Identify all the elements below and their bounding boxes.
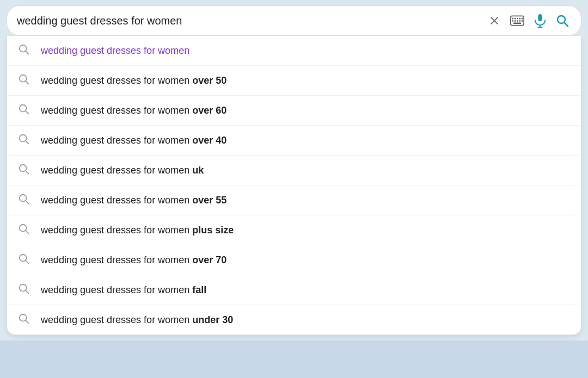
- svg-rect-13: [513, 22, 521, 24]
- suggestions-dropdown: wedding guest dresses for women wedding …: [7, 36, 581, 335]
- suggestion-item-8[interactable]: wedding guest dresses for women fall: [7, 275, 581, 305]
- suggestion-item-4[interactable]: wedding guest dresses for women uk: [7, 156, 581, 185]
- search-input[interactable]: [17, 15, 481, 27]
- suggestion-item-1[interactable]: wedding guest dresses for women over 50: [7, 66, 581, 96]
- suggestion-bold-8: fall: [192, 284, 206, 295]
- suggestion-item-7[interactable]: wedding guest dresses for women over 70: [7, 245, 581, 275]
- suggestion-text-0: wedding guest dresses for women: [41, 45, 189, 57]
- suggestion-search-icon-1: [18, 73, 30, 88]
- suggestion-item-5[interactable]: wedding guest dresses for women over 55: [7, 185, 581, 215]
- suggestion-text-4: wedding guest dresses for women uk: [41, 165, 204, 176]
- svg-rect-6: [519, 18, 520, 20]
- svg-line-38: [26, 320, 28, 323]
- svg-rect-5: [517, 18, 518, 20]
- svg-line-32: [26, 231, 28, 233]
- search-box: [7, 5, 581, 36]
- svg-line-36: [26, 290, 28, 293]
- suggestion-prefix-9: wedding guest dresses for women: [41, 314, 192, 325]
- main-container: wedding guest dresses for women wedding …: [0, 0, 588, 340]
- suggestion-text-8: wedding guest dresses for women fall: [41, 284, 206, 296]
- svg-line-34: [26, 261, 28, 263]
- svg-line-30: [26, 201, 28, 203]
- suggestion-item-0[interactable]: wedding guest dresses for women: [7, 36, 581, 66]
- keyboard-icon: [510, 15, 524, 27]
- suggestion-prefix-4: wedding guest dresses for women: [41, 165, 192, 176]
- suggestion-bold-7: over 70: [192, 255, 226, 265]
- svg-rect-4: [514, 18, 516, 20]
- suggestion-bold-6: plus size: [192, 225, 234, 236]
- suggestion-bold-1: over 50: [192, 75, 226, 86]
- svg-rect-12: [522, 20, 523, 22]
- suggestion-bold-3: over 40: [192, 135, 226, 146]
- suggestion-text-1: wedding guest dresses for women over 50: [41, 75, 226, 86]
- svg-line-28: [26, 171, 28, 173]
- search-button[interactable]: [554, 12, 571, 29]
- suggestion-search-icon-2: [18, 103, 30, 117]
- svg-rect-10: [517, 20, 518, 22]
- svg-rect-9: [514, 20, 516, 22]
- clear-button[interactable]: [486, 13, 503, 29]
- suggestion-text-7: wedding guest dresses for women over 70: [41, 255, 226, 266]
- mic-icon: [534, 14, 546, 28]
- suggestion-search-icon-5: [18, 193, 30, 207]
- suggestion-prefix-5: wedding guest dresses for women: [41, 195, 192, 206]
- svg-rect-14: [538, 14, 542, 21]
- suggestion-item-6[interactable]: wedding guest dresses for women plus siz…: [7, 215, 581, 245]
- suggestion-bold-4: uk: [192, 165, 204, 176]
- suggestion-text-5: wedding guest dresses for women over 55: [41, 195, 226, 206]
- svg-rect-3: [512, 18, 513, 20]
- svg-line-18: [565, 23, 568, 27]
- suggestion-search-icon-4: [18, 163, 30, 177]
- suggestion-prefix-1: wedding guest dresses for women: [41, 75, 192, 86]
- keyboard-button[interactable]: [508, 13, 526, 29]
- search-icon: [556, 14, 569, 27]
- suggestion-search-icon-7: [18, 253, 30, 267]
- svg-rect-7: [522, 18, 523, 20]
- suggestion-text-3: wedding guest dresses for women over 40: [41, 135, 226, 146]
- svg-rect-11: [519, 20, 520, 22]
- suggestion-item-9[interactable]: wedding guest dresses for women under 30: [7, 305, 581, 334]
- suggestion-text-6: wedding guest dresses for women plus siz…: [41, 225, 234, 236]
- svg-line-22: [26, 81, 28, 84]
- suggestion-text-2: wedding guest dresses for women over 60: [41, 105, 226, 116]
- suggestion-prefix-7: wedding guest dresses for women: [41, 255, 192, 265]
- svg-line-26: [26, 141, 28, 144]
- suggestion-bold-5: over 55: [192, 195, 226, 206]
- suggestion-prefix-8: wedding guest dresses for women: [41, 284, 192, 295]
- mic-button[interactable]: [532, 11, 548, 30]
- suggestion-prefix-6: wedding guest dresses for women: [41, 225, 192, 236]
- svg-line-24: [26, 111, 28, 114]
- suggestion-bold-2: over 60: [192, 105, 226, 116]
- suggestion-search-icon-8: [18, 283, 30, 297]
- suggestion-prefix-2: wedding guest dresses for women: [41, 105, 192, 116]
- suggestion-text-9: wedding guest dresses for women under 30: [41, 314, 233, 326]
- suggestion-item-2[interactable]: wedding guest dresses for women over 60: [7, 96, 581, 126]
- suggestion-search-icon-6: [18, 223, 30, 237]
- suggestion-prefix-3: wedding guest dresses for women: [41, 135, 192, 146]
- suggestion-search-icon-9: [18, 313, 30, 327]
- suggestion-search-icon-0: [18, 44, 30, 58]
- suggestion-item-3[interactable]: wedding guest dresses for women over 40: [7, 126, 581, 156]
- suggestion-search-icon-3: [18, 133, 30, 147]
- suggestion-bold-9: under 30: [192, 314, 233, 325]
- close-icon: [488, 15, 500, 27]
- svg-line-20: [26, 51, 28, 54]
- svg-rect-8: [512, 20, 513, 22]
